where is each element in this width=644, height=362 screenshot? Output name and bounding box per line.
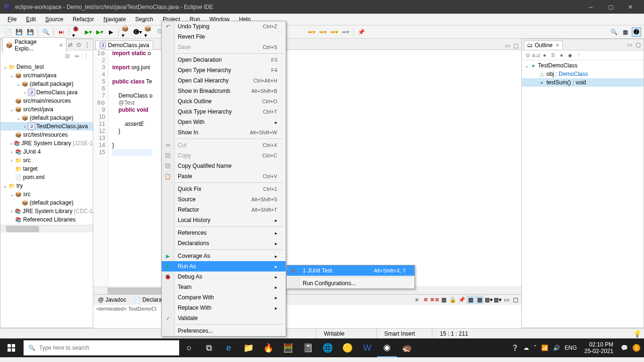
display-icon[interactable]: ▦: [466, 296, 475, 304]
app1-icon[interactable]: 🔥: [258, 338, 278, 357]
nav-back-icon[interactable]: ⬅▾: [330, 27, 339, 37]
cortana-icon[interactable]: ○: [179, 338, 199, 357]
calculator-icon[interactable]: 🧮: [278, 338, 298, 357]
menu-item[interactable]: ⿻Copy Qualified Name: [162, 161, 286, 171]
back-icon[interactable]: ⬅▾: [307, 27, 316, 37]
coverage-dropdown-icon[interactable]: ▶▾: [95, 27, 104, 37]
menu-item[interactable]: Revert File: [162, 32, 286, 42]
system-tray[interactable]: ❔ ☁ ˄ 📶 🔊 ENG 02:10 PM 25-02-2021 💬 5: [508, 341, 644, 354]
taskbar-clock[interactable]: 02:10 PM 25-02-2021: [582, 341, 616, 354]
menu-item[interactable]: 📋PasteCtrl+V: [162, 171, 286, 181]
run-as-submenu[interactable]: Ju1 JUnit TestAlt+Shift+X, TRun Configur…: [286, 265, 415, 289]
menu-item[interactable]: Compare With▸: [162, 292, 286, 303]
chevron-up-icon[interactable]: ˄: [534, 345, 537, 351]
removeall-icon[interactable]: ✖✖: [430, 296, 439, 304]
package-tree[interactable]: ⌄📁Demo_test⌄📦src/main/java⌄📦(default pac…: [0, 62, 93, 225]
run-last-icon[interactable]: ▶: [106, 27, 116, 37]
tree-node[interactable]: 📦(default package): [0, 198, 93, 207]
menu-item[interactable]: RefactorAlt+Shift+T: [162, 205, 286, 215]
minimize-pane-icon[interactable]: ▭: [504, 42, 511, 49]
tree-node[interactable]: 📄pom.xml: [0, 173, 93, 181]
tree-node[interactable]: 📦src/test/resources: [0, 131, 93, 139]
menu-item[interactable]: Ju1 JUnit TestAlt+Shift+X, T: [287, 265, 414, 276]
menu-item[interactable]: Preferences...: [162, 326, 286, 336]
new-java-icon[interactable]: 📦▾: [122, 27, 131, 37]
link-editor-icon[interactable]: ⇄: [66, 41, 74, 49]
hide-fields-icon[interactable]: ●: [541, 51, 548, 59]
start-button[interactable]: [0, 338, 23, 357]
close-icon[interactable]: ✕: [59, 42, 63, 49]
menu-item[interactable]: 🐞Debug As▸: [162, 272, 286, 282]
menu-icon[interactable]: ⋮: [82, 51, 91, 61]
forward-icon[interactable]: ➡▾: [318, 27, 328, 37]
menu-item[interactable]: Team▸: [162, 282, 286, 292]
pin-icon[interactable]: 📌: [356, 27, 366, 37]
nav-forward-icon[interactable]: ➡▾: [341, 27, 350, 37]
terminate-icon[interactable]: ■: [413, 296, 421, 304]
eclipse-taskbar-icon[interactable]: ◉: [377, 338, 397, 357]
outline-menu-icon[interactable]: ⋮: [575, 51, 582, 59]
quick-access-icon[interactable]: 🔍: [609, 27, 619, 37]
menu-refactor[interactable]: Refactor: [68, 15, 99, 24]
tree-node[interactable]: ⌄📦(default package): [0, 80, 93, 88]
editor-tab-democlass[interactable]: J DemoClass.java: [95, 41, 153, 49]
app2-icon[interactable]: 🦔: [397, 338, 417, 357]
context-menu[interactable]: ↶Undo TypingCtrl+ZRevert FileSaveCtrl+SO…: [161, 21, 286, 337]
menu-item[interactable]: Show InAlt+Shift+W: [162, 127, 286, 138]
tree-node[interactable]: ⌄📦(default package): [0, 114, 93, 122]
horizontal-scrollbar[interactable]: [0, 225, 93, 232]
tree-node[interactable]: ⌄📁Demo_test: [0, 63, 93, 71]
tree-node[interactable]: ⌄📦src/main/java: [0, 71, 93, 80]
menu-item[interactable]: Quick OutlineCtrl+O: [162, 96, 286, 107]
outline-tab[interactable]: 🗂 Outline ✕: [524, 41, 563, 49]
notifications-icon[interactable]: 💬: [621, 345, 628, 351]
lang-indicator[interactable]: ENG: [565, 345, 577, 351]
skip-breakpoints-icon[interactable]: ⏭: [57, 27, 66, 37]
close-button[interactable]: ✕: [620, 0, 640, 14]
package-explorer-tab[interactable]: 📦 Package Explo... ✕: [2, 37, 66, 53]
new-class-icon[interactable]: 🅒▾: [133, 27, 142, 37]
debug-dropdown-icon[interactable]: 🐞▾: [72, 27, 82, 37]
menu-file[interactable]: File: [3, 15, 21, 24]
outline-node[interactable]: △obj : DemoClass: [522, 70, 644, 78]
hide-nonpublic-icon[interactable]: ●: [558, 51, 565, 59]
menu-item[interactable]: ✓Validate: [162, 313, 286, 323]
menu-item[interactable]: Declarations▸: [162, 238, 286, 248]
tree-node[interactable]: ›📚JRE System Library [J2SE-1: [0, 139, 93, 148]
ie-icon[interactable]: e: [219, 338, 239, 357]
javadoc-tab[interactable]: @Javadoc: [95, 296, 129, 304]
menu-item[interactable]: SourceAlt+Shift+S: [162, 194, 286, 205]
menu-item[interactable]: Replace With▸: [162, 303, 286, 313]
tree-node[interactable]: 📚Referenced Libraries: [0, 215, 93, 224]
explorer-icon[interactable]: 📁: [239, 338, 258, 357]
notepad-icon[interactable]: 📓: [298, 338, 318, 357]
volume-icon[interactable]: 🔊: [553, 345, 560, 351]
menu-item[interactable]: Show in BreadcrumbAlt+Shift+B: [162, 86, 286, 96]
java-perspective-icon[interactable]: 🅙: [632, 27, 641, 37]
menu-edit[interactable]: Edit: [21, 15, 41, 24]
tree-node[interactable]: ⌄📦src/test/java: [0, 105, 93, 114]
word-icon[interactable]: W: [357, 338, 377, 357]
link-icon[interactable]: ⇔: [72, 51, 82, 61]
outline-node[interactable]: ●testSum() : void: [522, 78, 644, 87]
menu-source[interactable]: Source: [41, 15, 68, 24]
menu-search[interactable]: Search: [131, 15, 158, 24]
tree-node[interactable]: ›📁src: [0, 156, 93, 165]
open-console-icon[interactable]: ▦▾: [484, 296, 493, 304]
outline-max-icon[interactable]: ▢: [634, 41, 642, 49]
menu-item[interactable]: ↶Undo TypingCtrl+Z: [162, 21, 286, 32]
collapse-icon[interactable]: ⊟: [63, 51, 72, 61]
menu-item[interactable]: Quick Type HierarchyCtrl+T: [162, 107, 286, 117]
close-icon[interactable]: ✕: [555, 42, 560, 49]
cloud-tray-icon[interactable]: ☁: [523, 345, 529, 351]
menu-item[interactable]: Open With▸: [162, 117, 286, 127]
perspective-icon[interactable]: ▦: [620, 27, 630, 37]
tip-icon[interactable]: 💡: [630, 330, 644, 337]
help-tray-icon[interactable]: ❔: [512, 345, 519, 351]
remove-icon[interactable]: ✖: [421, 296, 430, 304]
tree-node[interactable]: ⌄📦src: [0, 190, 93, 198]
menu-item[interactable]: Run Configurations...: [287, 278, 414, 288]
new-package-icon[interactable]: 📦▾: [144, 27, 154, 37]
menu-item[interactable]: Quick FixCtrl+1: [162, 184, 286, 194]
sort-icon[interactable]: a↓z: [532, 51, 540, 59]
